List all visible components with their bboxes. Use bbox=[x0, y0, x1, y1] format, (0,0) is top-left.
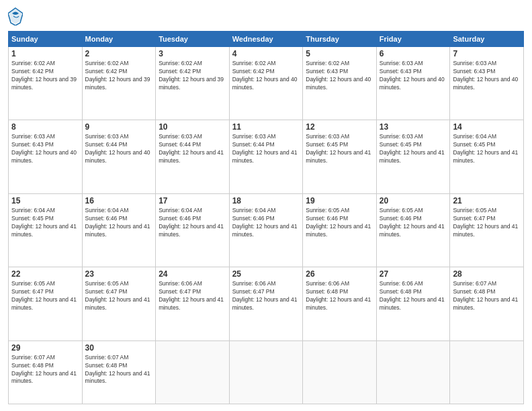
day-number: 10 bbox=[159, 122, 226, 132]
table-row bbox=[229, 340, 303, 404]
day-info: Sunrise: 6:02 AMSunset: 6:42 PMDaylight:… bbox=[85, 60, 153, 92]
day-info: Sunrise: 6:04 AMSunset: 6:45 PMDaylight:… bbox=[11, 207, 79, 239]
svg-marker-0 bbox=[9, 8, 21, 24]
table-row: 26Sunrise: 6:06 AMSunset: 6:48 PMDayligh… bbox=[303, 267, 377, 340]
day-number: 8 bbox=[11, 122, 79, 132]
col-saturday: Saturday bbox=[450, 32, 524, 47]
day-number: 19 bbox=[306, 196, 373, 205]
day-number: 4 bbox=[232, 49, 300, 58]
table-row: 3Sunrise: 6:02 AMSunset: 6:42 PMDaylight… bbox=[156, 47, 230, 120]
day-info: Sunrise: 6:03 AMSunset: 6:44 PMDaylight:… bbox=[85, 133, 153, 165]
table-row: 21Sunrise: 6:05 AMSunset: 6:47 PMDayligh… bbox=[450, 193, 524, 267]
table-row: 17Sunrise: 6:04 AMSunset: 6:46 PMDayligh… bbox=[156, 193, 230, 267]
table-row: 25Sunrise: 6:06 AMSunset: 6:47 PMDayligh… bbox=[229, 267, 303, 340]
day-info: Sunrise: 6:06 AMSunset: 6:47 PMDaylight:… bbox=[159, 280, 226, 312]
col-tuesday: Tuesday bbox=[156, 32, 230, 47]
day-info: Sunrise: 6:04 AMSunset: 6:46 PMDaylight:… bbox=[159, 207, 226, 239]
table-row: 12Sunrise: 6:03 AMSunset: 6:45 PMDayligh… bbox=[303, 120, 377, 193]
day-info: Sunrise: 6:06 AMSunset: 6:48 PMDaylight:… bbox=[306, 280, 373, 312]
day-number: 28 bbox=[453, 269, 521, 279]
table-row: 22Sunrise: 6:05 AMSunset: 6:47 PMDayligh… bbox=[9, 267, 83, 340]
day-info: Sunrise: 6:05 AMSunset: 6:46 PMDaylight:… bbox=[380, 207, 447, 239]
day-number: 15 bbox=[11, 196, 79, 205]
day-number: 5 bbox=[306, 49, 373, 58]
day-number: 27 bbox=[380, 269, 447, 279]
table-row: 20Sunrise: 6:05 AMSunset: 6:46 PMDayligh… bbox=[376, 193, 450, 267]
day-number: 18 bbox=[232, 196, 300, 205]
day-number: 22 bbox=[11, 269, 79, 279]
calendar-page: Sunday Monday Tuesday Wednesday Thursday… bbox=[0, 0, 532, 411]
table-row: 4Sunrise: 6:02 AMSunset: 6:42 PMDaylight… bbox=[229, 47, 303, 120]
col-monday: Monday bbox=[82, 32, 156, 47]
header bbox=[8, 7, 524, 26]
table-row bbox=[156, 340, 230, 404]
col-sunday: Sunday bbox=[9, 32, 83, 47]
table-row: 6Sunrise: 6:03 AMSunset: 6:43 PMDaylight… bbox=[376, 47, 450, 120]
table-row: 23Sunrise: 6:05 AMSunset: 6:47 PMDayligh… bbox=[82, 267, 156, 340]
day-number: 1 bbox=[11, 49, 79, 58]
day-number: 25 bbox=[232, 269, 300, 279]
day-number: 14 bbox=[453, 122, 521, 132]
col-thursday: Thursday bbox=[303, 32, 377, 47]
day-info: Sunrise: 6:05 AMSunset: 6:47 PMDaylight:… bbox=[11, 280, 79, 312]
table-row: 28Sunrise: 6:07 AMSunset: 6:48 PMDayligh… bbox=[450, 267, 524, 340]
logo bbox=[8, 7, 26, 26]
day-info: Sunrise: 6:03 AMSunset: 6:45 PMDaylight:… bbox=[380, 133, 447, 165]
table-row bbox=[376, 340, 450, 404]
table-row: 2Sunrise: 6:02 AMSunset: 6:42 PMDaylight… bbox=[82, 47, 156, 120]
day-info: Sunrise: 6:06 AMSunset: 6:47 PMDaylight:… bbox=[232, 280, 300, 312]
day-info: Sunrise: 6:06 AMSunset: 6:48 PMDaylight:… bbox=[380, 280, 447, 312]
day-info: Sunrise: 6:03 AMSunset: 6:45 PMDaylight:… bbox=[306, 133, 373, 165]
day-info: Sunrise: 6:07 AMSunset: 6:48 PMDaylight:… bbox=[11, 354, 79, 386]
calendar-header-row: Sunday Monday Tuesday Wednesday Thursday… bbox=[9, 32, 524, 47]
day-number: 13 bbox=[380, 122, 447, 132]
day-info: Sunrise: 6:05 AMSunset: 6:47 PMDaylight:… bbox=[85, 280, 153, 312]
day-info: Sunrise: 6:05 AMSunset: 6:47 PMDaylight:… bbox=[453, 207, 521, 239]
day-info: Sunrise: 6:02 AMSunset: 6:42 PMDaylight:… bbox=[232, 60, 300, 92]
day-info: Sunrise: 6:07 AMSunset: 6:48 PMDaylight:… bbox=[453, 280, 521, 312]
table-row: 18Sunrise: 6:04 AMSunset: 6:46 PMDayligh… bbox=[229, 193, 303, 267]
day-info: Sunrise: 6:03 AMSunset: 6:43 PMDaylight:… bbox=[11, 133, 79, 165]
day-number: 17 bbox=[159, 196, 226, 205]
table-row: 24Sunrise: 6:06 AMSunset: 6:47 PMDayligh… bbox=[156, 267, 230, 340]
day-number: 23 bbox=[85, 269, 153, 279]
table-row: 13Sunrise: 6:03 AMSunset: 6:45 PMDayligh… bbox=[376, 120, 450, 193]
day-number: 6 bbox=[380, 49, 447, 58]
day-info: Sunrise: 6:03 AMSunset: 6:43 PMDaylight:… bbox=[380, 60, 447, 92]
day-number: 11 bbox=[232, 122, 300, 132]
day-number: 24 bbox=[159, 269, 226, 279]
table-row: 7Sunrise: 6:03 AMSunset: 6:43 PMDaylight… bbox=[450, 47, 524, 120]
logo-icon bbox=[8, 7, 23, 26]
table-row: 16Sunrise: 6:04 AMSunset: 6:46 PMDayligh… bbox=[82, 193, 156, 267]
day-info: Sunrise: 6:07 AMSunset: 6:48 PMDaylight:… bbox=[85, 354, 153, 386]
table-row: 1Sunrise: 6:02 AMSunset: 6:42 PMDaylight… bbox=[9, 47, 83, 120]
table-row bbox=[450, 340, 524, 404]
day-number: 29 bbox=[11, 343, 79, 353]
day-info: Sunrise: 6:03 AMSunset: 6:44 PMDaylight:… bbox=[159, 133, 226, 165]
table-row: 30Sunrise: 6:07 AMSunset: 6:48 PMDayligh… bbox=[82, 340, 156, 404]
day-info: Sunrise: 6:02 AMSunset: 6:42 PMDaylight:… bbox=[11, 60, 79, 92]
day-number: 21 bbox=[453, 196, 521, 205]
day-number: 26 bbox=[306, 269, 373, 279]
table-row: 14Sunrise: 6:04 AMSunset: 6:45 PMDayligh… bbox=[450, 120, 524, 193]
col-friday: Friday bbox=[376, 32, 450, 47]
table-row: 27Sunrise: 6:06 AMSunset: 6:48 PMDayligh… bbox=[376, 267, 450, 340]
day-number: 20 bbox=[380, 196, 447, 205]
calendar-table: Sunday Monday Tuesday Wednesday Thursday… bbox=[8, 31, 524, 404]
table-row: 10Sunrise: 6:03 AMSunset: 6:44 PMDayligh… bbox=[156, 120, 230, 193]
table-row: 29Sunrise: 6:07 AMSunset: 6:48 PMDayligh… bbox=[9, 340, 83, 404]
day-info: Sunrise: 6:03 AMSunset: 6:44 PMDaylight:… bbox=[232, 133, 300, 165]
day-info: Sunrise: 6:02 AMSunset: 6:42 PMDaylight:… bbox=[159, 60, 226, 92]
day-number: 3 bbox=[159, 49, 226, 58]
day-number: 16 bbox=[85, 196, 153, 205]
table-row bbox=[303, 340, 377, 404]
day-info: Sunrise: 6:02 AMSunset: 6:43 PMDaylight:… bbox=[306, 60, 373, 92]
day-info: Sunrise: 6:05 AMSunset: 6:46 PMDaylight:… bbox=[306, 207, 373, 239]
day-number: 7 bbox=[453, 49, 521, 58]
day-number: 2 bbox=[85, 49, 153, 58]
day-info: Sunrise: 6:04 AMSunset: 6:45 PMDaylight:… bbox=[453, 133, 521, 165]
day-number: 30 bbox=[85, 343, 153, 353]
table-row: 19Sunrise: 6:05 AMSunset: 6:46 PMDayligh… bbox=[303, 193, 377, 267]
day-info: Sunrise: 6:04 AMSunset: 6:46 PMDaylight:… bbox=[85, 207, 153, 239]
table-row: 11Sunrise: 6:03 AMSunset: 6:44 PMDayligh… bbox=[229, 120, 303, 193]
